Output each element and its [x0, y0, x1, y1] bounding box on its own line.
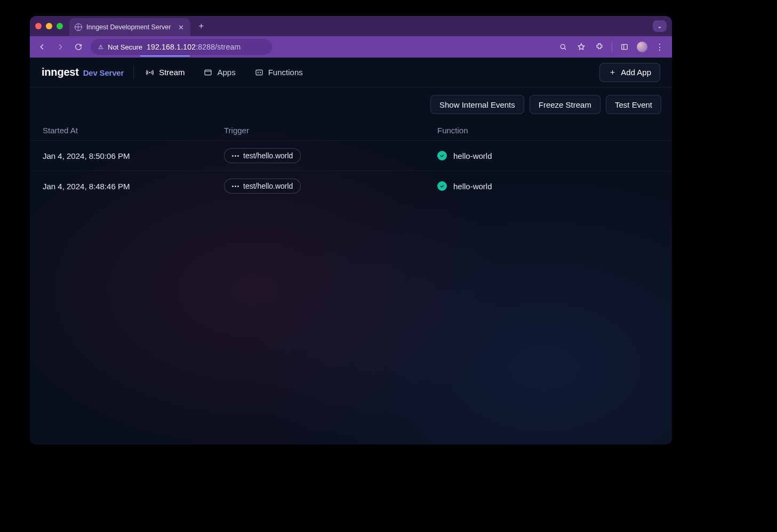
url-path: :8288/stream	[196, 43, 241, 51]
app-content: inngest Dev Server Stream Apps Functions	[30, 58, 672, 445]
nav-functions-label: Functions	[268, 68, 303, 77]
show-internal-events-button[interactable]: Show Internal Events	[430, 95, 524, 114]
browser-toolbar: ⚠ Not Secure 192.168.1.102:8288/stream ⋮	[30, 36, 672, 58]
panel-icon[interactable]	[619, 41, 630, 53]
add-app-label: Add App	[621, 68, 651, 77]
test-event-button[interactable]: Test Event	[606, 95, 661, 114]
col-started-at: Started At	[43, 126, 224, 135]
add-app-button[interactable]: ＋ Add App	[599, 63, 660, 82]
traffic-lights	[35, 23, 63, 29]
not-secure-label: Not Secure	[108, 43, 142, 51]
code-icon	[255, 68, 263, 77]
close-tab-button[interactable]: ✕	[178, 23, 184, 31]
app-navbar: inngest Dev Server Stream Apps Functions	[30, 58, 672, 87]
minimize-window-button[interactable]	[46, 23, 52, 29]
table-header: Started At Trigger Function	[30, 120, 672, 140]
browser-window: Inngest Development Server ✕ + ⌄ ⚠ Not S…	[30, 16, 672, 445]
action-bar: Show Internal Events Freeze Stream Test …	[30, 87, 672, 120]
nav-stream-label: Stream	[159, 68, 185, 77]
trigger-pill[interactable]: test/hello.world	[224, 148, 301, 163]
table-row[interactable]: Jan 4, 2024, 8:50:06 PM test/hello.world…	[30, 140, 672, 171]
broadcast-icon	[146, 68, 154, 77]
close-window-button[interactable]	[35, 23, 42, 29]
svg-rect-1	[622, 44, 628, 49]
nav-apps[interactable]: Apps	[202, 65, 237, 80]
svg-point-2	[149, 71, 151, 73]
nav-apps-label: Apps	[217, 68, 235, 77]
toolbar-divider	[612, 42, 612, 52]
function-name: hello-world	[453, 151, 492, 160]
status-success-icon	[437, 181, 447, 191]
back-button[interactable]	[36, 41, 48, 53]
brand-subtitle: Dev Server	[83, 68, 124, 77]
trigger-pill[interactable]: test/hello.world	[224, 179, 301, 194]
brand: inngest Dev Server	[42, 66, 124, 78]
bookmark-star-icon[interactable]	[575, 41, 587, 53]
warning-icon: ⚠	[98, 44, 103, 51]
col-trigger: Trigger	[224, 126, 437, 135]
freeze-stream-label: Freeze Stream	[539, 100, 591, 109]
url-text: 192.168.1.102:8288/stream	[147, 43, 241, 51]
svg-rect-3	[205, 70, 211, 75]
window-icon	[204, 68, 212, 77]
svg-point-0	[560, 44, 565, 49]
trigger-name: test/hello.world	[243, 182, 293, 190]
nav-functions[interactable]: Functions	[253, 65, 305, 80]
freeze-stream-button[interactable]: Freeze Stream	[530, 95, 600, 114]
maximize-window-button[interactable]	[57, 23, 63, 29]
function-name: hello-world	[453, 182, 492, 191]
svg-rect-4	[256, 70, 262, 75]
event-icon	[232, 155, 239, 157]
cell-function: hello-world	[437, 181, 659, 191]
col-function: Function	[437, 126, 659, 135]
table-row[interactable]: Jan 4, 2024, 8:48:46 PM test/hello.world…	[30, 171, 672, 201]
tab-title: Inngest Development Server	[86, 23, 171, 31]
address-bar[interactable]: ⚠ Not Secure 192.168.1.102:8288/stream	[91, 39, 272, 55]
zoom-icon[interactable]	[557, 41, 569, 53]
status-success-icon	[437, 151, 447, 160]
show-internal-events-label: Show Internal Events	[439, 100, 515, 109]
nav-stream[interactable]: Stream	[143, 65, 187, 80]
browser-menu-button[interactable]: ⋮	[654, 41, 666, 53]
nav-items: Stream Apps Functions	[143, 65, 305, 80]
profile-avatar[interactable]	[637, 42, 647, 52]
trigger-name: test/hello.world	[243, 151, 293, 160]
cell-started-at: Jan 4, 2024, 8:48:46 PM	[43, 182, 224, 191]
nav-separator	[133, 65, 134, 80]
tabs-dropdown-button[interactable]: ⌄	[653, 20, 667, 32]
plus-icon: ＋	[608, 67, 616, 77]
reload-button[interactable]	[73, 41, 84, 53]
globe-icon	[75, 23, 82, 31]
brand-logo: inngest	[42, 66, 79, 78]
event-icon	[232, 186, 239, 187]
extensions-icon[interactable]	[594, 41, 605, 53]
new-tab-button[interactable]: +	[194, 19, 209, 34]
cell-function: hello-world	[437, 151, 659, 160]
test-event-label: Test Event	[615, 100, 652, 109]
url-host: 192.168.1.102	[147, 43, 196, 51]
forward-button[interactable]	[54, 41, 66, 53]
window-titlebar: Inngest Development Server ✕ + ⌄	[30, 16, 672, 36]
cell-started-at: Jan 4, 2024, 8:50:06 PM	[43, 151, 224, 160]
browser-tab[interactable]: Inngest Development Server ✕	[69, 18, 190, 36]
